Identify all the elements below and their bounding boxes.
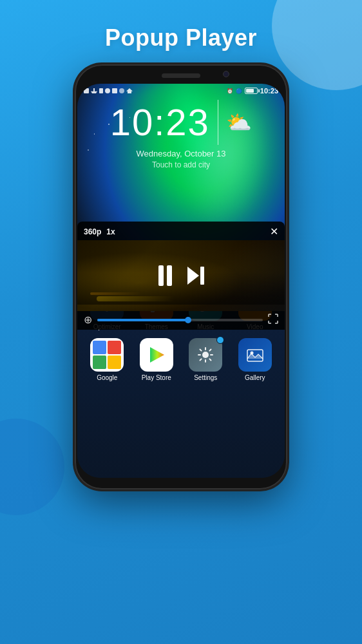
extra-icon — [119, 88, 124, 93]
fullscreen-svg — [268, 314, 278, 324]
lock-city-hint: Touch to add city — [77, 160, 285, 169]
playstore-icon[interactable] — [140, 338, 173, 372]
popup-player-info: 360p 1x — [84, 227, 115, 236]
app-item-google[interactable]: Google — [90, 338, 124, 381]
lock-time-row: 10:23 ⛅ — [77, 100, 285, 145]
fullscreen-icon[interactable] — [268, 314, 278, 326]
gallery-label: Gallery — [245, 374, 265, 381]
settings-svg — [196, 345, 215, 365]
popup-player-bottom: ⊕ — [77, 311, 285, 330]
popup-video-area[interactable] — [77, 240, 285, 311]
sync-icon — [112, 88, 117, 93]
weather-icon: ⛅ — [226, 112, 252, 133]
popup-player[interactable]: 360p 1x ✕ — [77, 222, 285, 330]
settings-badge — [216, 336, 224, 344]
lock-time: 10:23 — [110, 104, 210, 141]
google-icon[interactable] — [90, 338, 124, 372]
popup-player-header: 360p 1x ✕ — [77, 222, 285, 240]
bg-decoration-2 — [0, 419, 64, 515]
status-left-icons — [84, 88, 133, 93]
google-cell-3 — [93, 355, 106, 369]
pause-button[interactable] — [158, 265, 172, 286]
google-label: Google — [97, 374, 117, 381]
rotate-icon — [105, 88, 110, 93]
video-resolution: 360p — [84, 227, 101, 236]
skip-button[interactable] — [187, 267, 204, 285]
svg-point-10 — [202, 352, 209, 358]
phone-body: ⏰ 🔵 10:23 10:23 ⛅ Wednesday, October 13 … — [75, 64, 287, 489]
video-speed: 1x — [106, 227, 115, 236]
google-grid — [90, 338, 124, 372]
lock-divider — [218, 100, 219, 145]
popup-close-button[interactable]: ✕ — [270, 225, 278, 238]
gallery-svg — [245, 345, 265, 365]
wifi-icon — [91, 88, 97, 93]
play-controls — [158, 265, 204, 286]
extra-icon2 — [126, 88, 133, 93]
progress-fill — [97, 319, 188, 321]
gallery-icon[interactable] — [238, 338, 272, 372]
google-cell-2 — [108, 341, 121, 354]
google-cell-1 — [93, 341, 106, 354]
battery-icon — [245, 88, 258, 94]
app-item-gallery[interactable]: Gallery — [238, 338, 272, 381]
svg-rect-1 — [200, 267, 204, 285]
lock-screen-content: 10:23 ⛅ Wednesday, October 13 Touch to a… — [77, 100, 285, 169]
svg-point-12 — [250, 352, 253, 355]
bluetooth-icon: 🔵 — [236, 88, 242, 94]
skip-next-icon — [187, 267, 204, 285]
pause-bar-left — [158, 265, 164, 286]
playstore-label: Play Store — [142, 374, 171, 381]
signal-icon — [99, 88, 103, 93]
app-item-settings[interactable]: Settings — [189, 338, 222, 381]
app-item-playstore[interactable]: Play Store — [140, 338, 173, 381]
progress-thumb — [185, 317, 191, 323]
status-bar: ⏰ 🔵 10:23 — [77, 84, 285, 98]
battery-fill — [246, 89, 254, 93]
phone-speaker — [162, 73, 200, 78]
google-cell-4 — [108, 355, 121, 369]
lock-date: Wednesday, October 13 — [77, 149, 285, 158]
status-time: 10:23 — [260, 87, 278, 95]
alarm-icon: ⏰ — [227, 88, 233, 94]
phone-mockup: ⏰ 🔵 10:23 10:23 ⛅ Wednesday, October 13 … — [75, 64, 287, 489]
svg-marker-0 — [187, 267, 199, 285]
status-right-icons: ⏰ 🔵 10:23 — [227, 87, 278, 95]
front-camera — [223, 71, 229, 77]
progress-track[interactable] — [97, 319, 263, 321]
settings-label: Settings — [194, 374, 217, 381]
settings-icon[interactable] — [189, 338, 222, 372]
zoom-icon[interactable]: ⊕ — [84, 314, 92, 326]
playstore-svg — [147, 345, 166, 365]
app-row-2: Google — [77, 334, 285, 386]
pause-bar-right — [167, 265, 172, 286]
phone-screen: ⏰ 🔵 10:23 10:23 ⛅ Wednesday, October 13 … — [77, 84, 285, 478]
sim-icon — [84, 88, 89, 93]
svg-marker-9 — [150, 347, 164, 363]
